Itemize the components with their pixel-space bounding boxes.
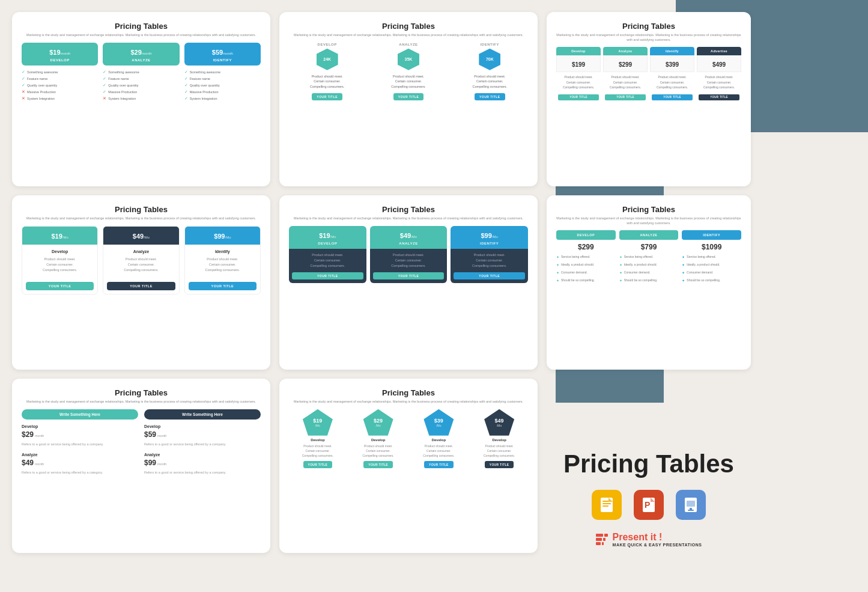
slide6-title: Pricing Tables <box>556 205 741 214</box>
slide1-subtitle: Marketing is the study and management of… <box>22 33 261 38</box>
slide6-columns: DEVELOP $299 ✦Service being offered. ✦Id… <box>556 230 741 285</box>
s7-btn-1[interactable]: Write Something Here <box>22 409 138 420</box>
slide7-col-2: Write Something Here Develop $59 month R… <box>144 409 261 475</box>
slide5-col-3: $99/Mo IDENTIFY Product should meet.Cert… <box>451 226 528 283</box>
slide2-col-2: ANALYZE 35K Product should meet.Certain … <box>370 43 446 100</box>
s3-btn-4[interactable]: YOUR TITLE <box>699 94 739 100</box>
slide1-price-2: $29month ANALYZE <box>103 43 179 66</box>
slide6-col-3: IDENTIFY $1099 ✦Service being offered. ✦… <box>682 230 741 285</box>
slide-card-1: Pricing Tables Marketing is the study an… <box>12 12 270 186</box>
s4-btn-2[interactable]: YOUR TITLE <box>107 282 175 290</box>
slide2-btn-3[interactable]: YOUR TITLE <box>475 93 505 100</box>
slide1-features-3: ✓ Something awesome ✓ Feature name ✓ Qua… <box>184 69 261 102</box>
slide1-features-1: ✓ Something awesome ✓ Feature name ✓ Qua… <box>22 69 98 102</box>
slide3-title: Pricing Tables <box>556 22 741 31</box>
keynote-icon <box>676 490 706 520</box>
slide7-subtitle: Marketing is the study and management of… <box>22 400 261 404</box>
s3-btn-1[interactable]: YOUR TITLE <box>558 94 599 100</box>
s4-btn-1[interactable]: YOUR TITLE <box>26 282 94 290</box>
hex-analyze: 35K <box>398 49 419 70</box>
s5-btn-1[interactable]: YOUR TITLE <box>292 272 363 279</box>
slide7-columns: Write Something Here Develop $29 month R… <box>22 409 261 475</box>
slide1-title: Pricing Tables <box>22 22 261 31</box>
penta-4: $49 /Mo <box>484 409 514 436</box>
brand-panel: Pricing Tables P <box>547 379 751 553</box>
slide7-title: Pricing Tables <box>22 388 261 397</box>
s3-btn-2[interactable]: YOUR TITLE <box>605 94 646 100</box>
presentit-name: Present it ! <box>613 532 702 543</box>
penta-2: $29 /Mo <box>363 409 393 436</box>
slide4-col-2: $49/Mo Analyze Product should meet.Certa… <box>103 226 179 294</box>
penta-1: $19 /Mo <box>303 409 333 436</box>
slide7-col-1: Write Something Here Develop $29 month R… <box>22 409 138 475</box>
slide6-col-1: DEVELOP $299 ✦Service being offered. ✦Id… <box>556 230 616 285</box>
slide1-price-3: $59month IDENTIFY <box>184 43 261 66</box>
slide-card-3: Pricing Tables Marketing is the study an… <box>547 12 751 186</box>
slide1-columns: $19month DEVELOP ✓ Something awesome ✓ F… <box>22 43 261 102</box>
s8-btn-1[interactable]: YOUR TITLE <box>303 461 333 468</box>
slide8-col-3: $39 /Mo Develop Product should meet.Cert… <box>410 409 468 468</box>
svg-rect-3 <box>602 505 609 507</box>
slide1-col-1: $19month DEVELOP ✓ Something awesome ✓ F… <box>22 43 98 102</box>
slide1-features-2: ✓ Something awesome ✓ Feature name ✓ Qua… <box>103 69 179 102</box>
slide8-columns: $19 /Mo Develop Product should meet.Cert… <box>289 409 528 468</box>
brand-title: Pricing Tables <box>563 450 734 478</box>
s7-btn-2[interactable]: Write Something Here <box>144 409 261 420</box>
slide8-subtitle: Marketing is the study and management of… <box>289 400 528 404</box>
slide3-subtitle: Marketing is the study and management of… <box>556 33 741 42</box>
google-slides-icon <box>592 490 622 520</box>
slide8-col-1: $19 /Mo Develop Product should meet.Cert… <box>289 409 347 468</box>
slide-card-8: Pricing Tables Marketing is the study an… <box>279 379 538 553</box>
s8-btn-2[interactable]: YOUR TITLE <box>363 461 393 468</box>
slide2-col-1: DEVELOP 24K Product should meet.Certain … <box>289 43 365 100</box>
hex-develop: 24K <box>317 49 338 70</box>
slide6-subtitle: Marketing is the study and management of… <box>556 216 741 225</box>
slide2-btn-2[interactable]: YOUR TITLE <box>393 93 424 100</box>
slide4-title: Pricing Tables <box>22 205 261 214</box>
s4-btn-3[interactable]: YOUR TITLE <box>189 282 256 290</box>
slide-card-4: Pricing Tables Marketing is the study an… <box>12 195 270 370</box>
svg-rect-2 <box>602 503 611 504</box>
slide2-col-3: IDENTIFY 70K Product should meet.Certain… <box>452 43 528 100</box>
slide4-columns: $19/Mo Develop Product should meet.Certa… <box>22 226 261 294</box>
slide5-columns: $19/Mo DEVELOP Product should meet.Certa… <box>289 226 528 283</box>
slide1-col-2: $29month ANALYZE ✓ Something awesome ✓ F… <box>103 43 179 102</box>
slide3-col-3: Identify $399 Product should meet.Certai… <box>650 47 694 102</box>
s8-btn-3[interactable]: YOUR TITLE <box>424 461 454 468</box>
slide2-subtitle: Marketing is the study and management of… <box>289 33 528 38</box>
slide-card-6: Pricing Tables Marketing is the study an… <box>547 195 751 370</box>
svg-rect-0 <box>601 498 613 512</box>
slide8-col-4: $49 /Mo Develop Product should meet.Cert… <box>470 409 528 468</box>
slide2-btn-1[interactable]: YOUR TITLE <box>312 93 342 100</box>
slide-card-2: Pricing Tables Marketing is the study an… <box>279 12 538 186</box>
slide3-columns: Develop $199 Product should meet.Certain… <box>556 47 741 102</box>
s5-btn-2[interactable]: YOUR TITLE <box>373 272 445 279</box>
presentit-tagline: MAKE QUICK & EASY PRESENTATIONS <box>613 543 702 547</box>
slide-card-7: Pricing Tables Marketing is the study an… <box>12 379 270 553</box>
slide2-title: Pricing Tables <box>289 22 528 31</box>
penta-3: $39 /Mo <box>423 409 454 436</box>
app-icons: P <box>592 490 706 520</box>
svg-text:P: P <box>645 500 650 510</box>
s3-btn-3[interactable]: YOUR TITLE <box>652 94 693 100</box>
price-amount: $19month <box>24 46 96 57</box>
slide5-col-1: $19/Mo DEVELOP Product should meet.Certa… <box>289 226 366 283</box>
slide4-subtitle: Marketing is the study and management of… <box>22 216 261 221</box>
presentit-icon <box>596 534 608 545</box>
s5-btn-3[interactable]: YOUR TITLE <box>454 272 525 279</box>
slide3-col-2: Analyze $299 Product should meet.Certain… <box>603 47 648 102</box>
powerpoint-icon: P <box>634 490 664 520</box>
slide1-col-3: $59month IDENTIFY ✓ Something awesome ✓ … <box>184 43 261 102</box>
slide1-price-1: $19month DEVELOP <box>22 43 98 66</box>
slide-card-5: Pricing Tables Marketing is the study an… <box>279 195 538 370</box>
svg-rect-7 <box>687 501 695 507</box>
slide4-col-1: $19/Mo Develop Product should meet.Certa… <box>22 226 98 294</box>
slide6-col-2: ANALYZE $799 ✦Service being offered. ✦Id… <box>619 230 679 285</box>
slide5-title: Pricing Tables <box>289 205 528 214</box>
presentit-logo: Present it ! MAKE QUICK & EASY PRESENTAT… <box>596 532 702 547</box>
slide3-col-4: Advertise $499 Product should meet.Certa… <box>697 47 741 102</box>
s8-btn-4[interactable]: YOUR TITLE <box>485 461 514 468</box>
slide4-col-3: $99/Mo Identify Product should meet.Cert… <box>184 226 261 294</box>
slide5-subtitle: Marketing is the study and management of… <box>289 216 528 221</box>
slide3-col-1: Develop $199 Product should meet.Certain… <box>556 47 601 102</box>
